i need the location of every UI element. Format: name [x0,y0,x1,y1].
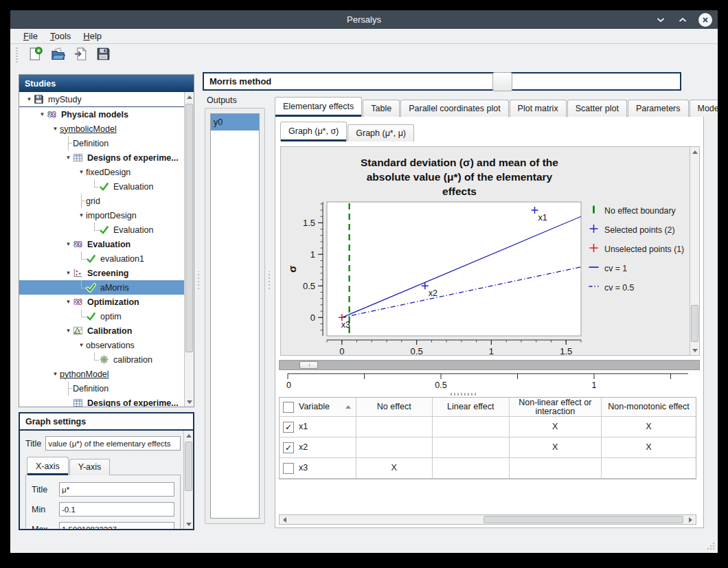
scroll-up-icon[interactable] [690,147,699,157]
scroll-down-icon[interactable] [690,345,699,355]
graph-settings-scrollbar[interactable] [183,431,193,529]
info-button[interactable]: i [492,72,512,91]
tree-item-optim[interactable]: optim [19,309,184,323]
effect-cell: X [356,458,433,479]
tree-item-definition[interactable]: Definition [19,381,184,396]
row-checkbox[interactable]: ✓ [283,422,294,433]
tree-item-physical-models[interactable]: ▼Physical models [19,107,184,122]
scrollbar-thumb[interactable] [484,516,683,523]
close-button[interactable] [698,13,712,27]
tree-item-mystudy[interactable]: ▼myStudy [19,92,184,107]
tree-item-symbolicmodel[interactable]: ▼symbolicModel [19,122,184,136]
scroll-up-icon[interactable] [184,431,193,440]
column-header-linear-effect[interactable]: Linear effect [433,398,510,417]
column-header-no-effect[interactable]: No effect [356,398,433,417]
tree-item-calibration[interactable]: calibration [19,352,184,367]
tree-item-fixeddesign[interactable]: ▼fixedDesign [19,165,184,179]
tab-elementary-effects[interactable]: Elementary effects [275,97,362,117]
expander-icon[interactable]: ▼ [38,111,47,117]
minimize-button[interactable] [655,14,667,26]
maximize-button[interactable] [676,14,689,26]
new-study-button[interactable] [26,46,45,64]
tree-item-designs-of-experime-[interactable]: Designs of experime... [19,396,184,407]
select-all-checkbox[interactable] [283,402,294,413]
scroll-up-icon[interactable] [185,92,194,102]
table-horizontal-scrollbar[interactable] [279,514,696,525]
tree-item-observations[interactable]: ▼observations [19,338,184,352]
column-header-non-linear-effect-or-interaction[interactable]: Non-linear effect or interaction [510,398,602,417]
tab-x-axis[interactable]: X-axis [27,457,69,475]
row-checkbox[interactable]: ✓ [283,442,294,453]
tree-item-grid[interactable]: grid [19,194,184,208]
expander-icon[interactable]: ▼ [51,371,60,377]
open-study-button[interactable] [49,46,67,64]
expander-icon[interactable]: ▼ [77,342,86,348]
menu-help[interactable]: Help [77,30,108,43]
menu-tools[interactable]: Tools [44,30,77,43]
tab-scatter-plot[interactable]: Scatter plot [567,100,627,117]
splitter-handle[interactable] [267,271,271,289]
tab-plot-matrix[interactable]: Plot matrix [510,100,567,117]
save-button[interactable] [94,46,113,64]
slider-handle[interactable] [299,361,318,369]
tab-y-axis[interactable]: Y-axis [69,459,111,475]
expander-icon[interactable]: ▼ [77,212,86,218]
resize-grip[interactable] [706,541,716,551]
tab-parallel-coordinates-plot[interactable]: Parallel coordinates plot [400,100,508,117]
row-checkbox[interactable] [283,463,294,474]
studies-tree-scrollbar[interactable] [184,92,194,407]
scroll-down-icon[interactable] [185,397,194,407]
subtab-graph-[interactable]: Graph (μ*, μ) [348,124,414,141]
tree-item-label: Evaluation [113,225,153,235]
tree-item-evaluation[interactable]: Evaluation [19,179,184,194]
tree-item-evaluation[interactable]: Evaluation [19,223,184,237]
expander-icon[interactable]: ▼ [64,155,73,161]
tab-table[interactable]: Table [363,100,400,117]
graph-title-input[interactable]: value (μ*) of the elementary effects [45,436,181,451]
expander-icon[interactable]: ▼ [64,270,73,276]
tab-parameters[interactable]: Parameters [628,100,689,117]
expander-icon[interactable]: ▼ [64,241,73,247]
min-input[interactable]: -0.1 [59,502,174,516]
expander-icon[interactable]: ▼ [51,126,60,132]
scrollbar-thumb[interactable] [185,442,192,491]
no-effect-boundary-slider[interactable] [279,360,700,370]
analysis-name-field[interactable]: Morris method [203,72,681,91]
menu-file[interactable]: File [17,30,44,43]
column-header-non-monotonic-effect[interactable]: Non-monotonic effect [602,398,696,417]
tree-item-importdesign[interactable]: ▼importDesign [19,208,184,223]
legend-item: Unselected points (1) [588,243,684,255]
scroll-down-icon[interactable] [184,519,193,529]
tree-item-label: importDesign [86,211,137,220]
tree-item-screening[interactable]: ▼Screening [19,266,184,280]
max-input[interactable]: 1.59010832227 [59,522,174,530]
plot-vertical-scrollbar[interactable] [690,147,699,355]
column-header-variable[interactable]: Variable [280,398,356,417]
tab-model[interactable]: Model [690,100,718,117]
tree-item-optimization[interactable]: ▼Optimization [19,295,184,309]
scrollbar-thumb[interactable] [185,104,193,352]
tree-item-evaluation[interactable]: ▼Evaluation [19,237,184,251]
expander-icon[interactable]: ▼ [25,96,34,102]
title-input[interactable]: μ* [59,482,174,497]
tree-item-designs-of-experime-[interactable]: ▼Designs of experime... [19,150,184,165]
output-item-y0[interactable]: y0 [211,114,259,130]
scroll-left-icon[interactable] [280,515,290,524]
expander-icon[interactable]: ▼ [77,169,86,175]
outputs-group: y0 [205,108,265,524]
tree-item-evaluation1[interactable]: evaluation1 [19,251,184,266]
scrollbar-thumb[interactable] [691,305,698,342]
splitter-handle[interactable] [451,393,478,396]
tree-item-amorris[interactable]: aMorris [19,280,184,295]
expander-icon[interactable]: ▼ [64,299,73,305]
morris-plot[interactable]: 00.511.500.511.5σx1x2x3 [281,147,583,355]
tree-item-pythonmodel[interactable]: ▼pythonModel [19,367,184,381]
scroll-right-icon[interactable] [685,515,696,524]
import-script-button[interactable] [71,46,90,64]
toolbar-drag-handle[interactable] [16,47,21,63]
subtab-graph-[interactable]: Graph (μ*, σ) [280,122,347,141]
tree-item-definition[interactable]: Definition [19,136,184,150]
expander-icon[interactable]: ▼ [64,328,73,334]
splitter-handle[interactable] [196,271,200,289]
tree-item-calibration[interactable]: ▼Calibration [19,323,184,338]
